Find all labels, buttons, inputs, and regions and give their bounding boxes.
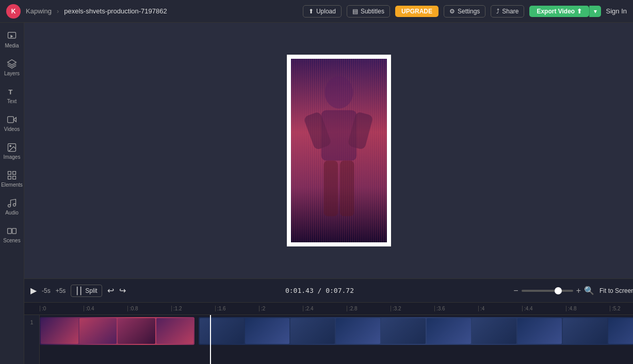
zoom-in-button[interactable]: + (576, 286, 581, 295)
project-name: pexels-shvets-production-7197862 (64, 7, 167, 15)
videos-icon (7, 114, 17, 125)
svg-rect-19 (324, 161, 338, 217)
zoom-slider[interactable] (522, 290, 573, 292)
center-panel: ▶ -5s +5s ⎮⎮ Split ↩ ↪ 0:01.43 / 0:07.72… (24, 23, 633, 364)
redo-button[interactable]: ↪ (119, 286, 126, 295)
video-padding (287, 55, 391, 246)
person-silhouette (291, 59, 387, 242)
zoom-out-button[interactable]: − (513, 286, 518, 295)
video-frame (290, 58, 388, 243)
svg-rect-20 (340, 161, 354, 217)
svg-point-15 (325, 76, 353, 109)
signin-button[interactable]: Sign In (606, 7, 627, 15)
ruler-mark: :2 (259, 306, 303, 311)
scenes-icon (7, 226, 17, 236)
export-button[interactable]: Export Video ⬆ (529, 6, 589, 17)
svg-rect-0 (8, 32, 16, 39)
canvas-area (24, 23, 633, 278)
ruler-mark: :0.8 (127, 306, 171, 311)
share-icon: ⤴ (496, 8, 499, 15)
track-segment-2[interactable] (199, 317, 633, 345)
svg-rect-14 (12, 228, 17, 234)
sidebar-item-scenes[interactable]: Scenes (0, 222, 24, 247)
media-icon (7, 31, 17, 41)
upload-icon: ⬆ (309, 8, 314, 15)
svg-marker-4 (13, 118, 16, 122)
sidebar-item-media[interactable]: Media (0, 27, 24, 53)
track-label: 1 (24, 315, 40, 364)
subtitles-icon: ▤ (352, 8, 358, 15)
sidebar-item-text[interactable]: T Text (0, 82, 24, 108)
playhead[interactable] (210, 315, 211, 364)
undo-button[interactable]: ↩ (107, 286, 114, 295)
export-icon: ⬆ (577, 8, 582, 15)
timeline-area: :0 :0.4 :0.8 :1.2 :1.6 :2 :2.4 :2.8 :3.2… (24, 302, 633, 364)
settings-button[interactable]: ⚙ Settings (444, 5, 485, 18)
ruler-mark: :0 (40, 306, 84, 311)
skip-forward-button[interactable]: +5s (56, 287, 66, 294)
audio-icon (7, 198, 17, 208)
export-group: Export Video ⬆ ▾ (529, 6, 600, 17)
ruler-mark: :2.4 (303, 306, 347, 311)
export-dropdown-button[interactable]: ▾ (589, 6, 601, 17)
svg-text:T: T (8, 88, 12, 96)
svg-point-6 (10, 145, 11, 147)
text-icon: T (7, 87, 17, 97)
video-preview (287, 55, 391, 246)
search-zoom-icon: 🔍 (584, 286, 594, 295)
svg-rect-13 (8, 228, 12, 234)
sidebar-item-elements[interactable]: Elements (0, 166, 24, 192)
ruler-mark: :0.4 (84, 306, 127, 311)
elements-icon (7, 170, 17, 180)
svg-rect-7 (8, 172, 11, 175)
sidebar-item-layers[interactable]: Layers (0, 55, 24, 80)
main-layout: Media Layers T Text Videos Images Elemen… (0, 23, 633, 364)
split-button[interactable]: ⎮⎮ Split (71, 285, 102, 297)
left-sidebar: Media Layers T Text Videos Images Elemen… (0, 23, 24, 364)
ruler-mark: :3.6 (434, 306, 478, 311)
video-track-row (40, 317, 633, 348)
svg-rect-3 (8, 117, 14, 123)
svg-rect-9 (8, 176, 11, 179)
ruler-mark: :1.6 (215, 306, 259, 311)
brand-logo: K (6, 4, 21, 19)
nav-separator: › (57, 7, 59, 15)
timecode-display: 0:01.43 / 0:07.72 (131, 287, 509, 294)
ruler-mark: :5.2 (610, 306, 633, 311)
subtitles-button[interactable]: ▤ Subtitles (347, 5, 390, 18)
sidebar-item-images[interactable]: Images (0, 138, 24, 164)
images-icon (7, 142, 17, 153)
play-button[interactable]: ▶ (30, 286, 37, 295)
upgrade-button[interactable]: UPGRADE (395, 6, 439, 17)
track-content[interactable] (40, 315, 633, 364)
upload-button[interactable]: ⬆ Upload (303, 5, 342, 18)
ruler-mark: :4.8 (566, 306, 610, 311)
transport-bar: ▶ -5s +5s ⎮⎮ Split ↩ ↪ 0:01.43 / 0:07.72… (24, 278, 633, 302)
svg-point-11 (8, 205, 11, 207)
layers-icon (7, 59, 17, 69)
gear-icon: ⚙ (449, 8, 455, 15)
ruler-marks: :0 :0.4 :0.8 :1.2 :1.6 :2 :2.4 :2.8 :3.2… (40, 306, 633, 311)
timeline-tracks: 1 (24, 315, 633, 364)
svg-point-12 (13, 204, 16, 206)
fit-to-screen-button[interactable]: Fit to Screen (599, 287, 633, 294)
top-navigation: K Kapwing › pexels-shvets-production-719… (0, 0, 633, 23)
split-icon: ⎮⎮ (75, 287, 83, 295)
video-inner (291, 59, 387, 242)
ruler-mark: :1.2 (171, 306, 215, 311)
svg-marker-1 (8, 60, 17, 65)
timeline-ruler: :0 :0.4 :0.8 :1.2 :1.6 :2 :2.4 :2.8 :3.2… (24, 303, 633, 315)
ruler-mark: :2.8 (347, 306, 391, 311)
svg-rect-10 (13, 176, 16, 179)
share-button[interactable]: ⤴ Share (491, 5, 524, 18)
ruler-mark: :4.4 (522, 306, 566, 311)
track-segment-1[interactable] (40, 317, 194, 345)
svg-rect-8 (13, 172, 16, 175)
ruler-mark: :3.2 (391, 306, 434, 311)
brand-name: Kapwing (26, 7, 52, 15)
zoom-controls: − + 🔍 (513, 286, 594, 295)
sidebar-item-audio[interactable]: Audio (0, 194, 24, 220)
sidebar-item-videos[interactable]: Videos (0, 110, 24, 136)
ruler-mark: :4 (478, 306, 522, 311)
skip-back-button[interactable]: -5s (42, 287, 51, 294)
